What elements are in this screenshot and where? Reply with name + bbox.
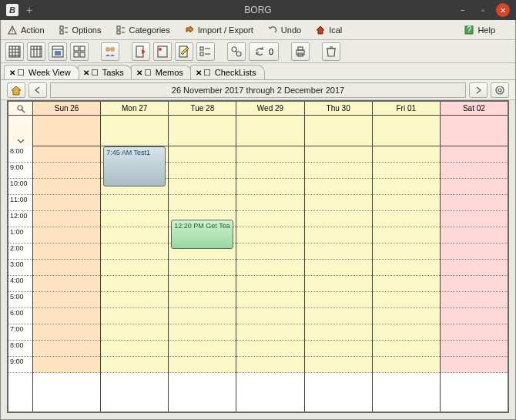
prev-week-button[interactable] — [28, 82, 47, 98]
tab-week-view[interactable]: ✕Week View — [4, 65, 79, 79]
month-view-button[interactable] — [5, 42, 24, 61]
menu-undo[interactable]: Undo — [267, 25, 301, 35]
menu-ical[interactable]: Ical — [315, 25, 342, 35]
tab-close-icon[interactable]: ✕ — [83, 69, 89, 77]
tab-tasks[interactable]: ✕Tasks — [78, 65, 132, 79]
svg-rect-2 — [60, 31, 63, 34]
print-button[interactable] — [291, 42, 310, 61]
import-export-icon — [184, 25, 195, 35]
time-label: 3:00 — [8, 260, 32, 276]
day-view-icon — [52, 45, 64, 58]
menu-action[interactable]: Action — [7, 25, 45, 35]
next-week-button[interactable] — [469, 82, 488, 98]
time-label: 11:00 — [8, 195, 32, 211]
day-column[interactable]: 12:20 PM Get Tea — [169, 146, 236, 412]
search-icon — [230, 45, 243, 58]
calendar-event[interactable]: 12:20 PM Get Tea — [171, 220, 233, 249]
svg-point-48 — [496, 86, 504, 94]
time-label: 7:00 — [8, 324, 32, 341]
time-label: 8:00 — [8, 341, 32, 357]
allday-cell[interactable] — [101, 116, 169, 146]
day-header[interactable]: Thu 30 — [305, 102, 373, 115]
menu-label: Action — [21, 25, 45, 35]
day-header[interactable]: Sat 02 — [441, 102, 508, 115]
allday-toggle[interactable] — [8, 116, 33, 146]
chevron-left-icon — [32, 85, 43, 96]
svg-rect-37 — [200, 52, 203, 55]
edit-button[interactable] — [175, 42, 193, 61]
menu-label: Categories — [129, 25, 170, 35]
day-header[interactable]: Sun 26 — [33, 102, 101, 115]
allday-cell[interactable] — [305, 116, 373, 146]
minimize-button[interactable]: − — [456, 3, 470, 17]
day-column[interactable] — [33, 146, 101, 412]
goto-date-button[interactable] — [491, 82, 509, 98]
tasks-button[interactable] — [132, 42, 150, 61]
tab-label: Memos — [156, 68, 183, 77]
allday-cell[interactable] — [33, 116, 101, 146]
goto-today-button[interactable] — [7, 82, 25, 98]
calendar-event[interactable]: 7:45 AM Test1 — [103, 146, 166, 186]
week-view-button[interactable] — [27, 42, 45, 61]
year-view-button[interactable] — [70, 42, 89, 61]
day-header[interactable]: Tue 28 — [169, 102, 236, 115]
maximize-button[interactable]: ▫ — [476, 3, 490, 17]
menu-help[interactable]: ? Help — [464, 25, 495, 35]
time-label: 5:00 — [8, 292, 32, 308]
svg-rect-26 — [74, 46, 79, 51]
search-button[interactable] — [227, 42, 246, 61]
home-icon — [10, 85, 22, 96]
tab-close-icon[interactable]: ✕ — [196, 69, 202, 77]
menu-import-export[interactable]: Import / Export — [184, 25, 253, 35]
tab-detach-icon[interactable] — [145, 69, 151, 76]
tab-detach-icon[interactable] — [92, 69, 98, 76]
tab-close-icon[interactable]: ✕ — [9, 69, 15, 77]
day-view-button[interactable] — [49, 42, 67, 61]
day-column[interactable] — [305, 146, 373, 412]
window-title: BORG — [244, 5, 271, 15]
delete-button[interactable] — [322, 42, 340, 61]
allday-cell[interactable] — [236, 116, 304, 146]
calendar: Sun 26Mon 27Tue 28Wed 29Thu 30Fri 01Sat … — [7, 100, 509, 413]
people-icon — [104, 45, 116, 58]
time-column: 8:009:0010:0011:0012:001:002:003:004:005… — [8, 146, 33, 412]
tab-detach-icon[interactable] — [18, 69, 24, 76]
zoom-corner[interactable] — [8, 102, 33, 115]
day-header[interactable]: Mon 27 — [101, 102, 169, 115]
time-label: 12:00 — [8, 211, 32, 227]
trash-icon — [325, 45, 337, 58]
warning-icon — [7, 25, 18, 35]
day-column[interactable] — [236, 146, 304, 412]
menu-label: Options — [72, 25, 102, 35]
address-book-button[interactable] — [101, 42, 119, 61]
menu-options[interactable]: Options — [59, 25, 102, 35]
time-label: 8:00 — [8, 146, 32, 163]
sync-count-button[interactable]: 0 — [249, 42, 279, 61]
day-header[interactable]: Wed 29 — [236, 102, 304, 115]
tab-checklists[interactable]: ✕CheckLists — [190, 65, 265, 79]
day-header[interactable]: Fri 01 — [373, 102, 441, 115]
menubar: Action Options Categories Import / Expor… — [1, 20, 515, 40]
svg-rect-25 — [55, 51, 61, 55]
close-button[interactable]: ✕ — [496, 3, 510, 17]
allday-cell[interactable] — [169, 116, 236, 146]
time-label: 9:00 — [8, 357, 32, 373]
checklist-icon — [199, 45, 212, 58]
home-icon — [315, 25, 326, 35]
allday-cell[interactable] — [441, 116, 508, 146]
svg-rect-5 — [117, 26, 120, 29]
tab-memos[interactable]: ✕Memos — [131, 65, 192, 79]
allday-cell[interactable] — [373, 116, 441, 146]
tab-detach-icon[interactable] — [204, 69, 210, 76]
new-tab-button[interactable]: + — [26, 4, 32, 16]
checklist-button[interactable] — [196, 42, 215, 61]
undo-icon — [267, 25, 278, 35]
memos-button[interactable] — [153, 42, 172, 61]
day-column[interactable]: 7:45 AM Test1 — [101, 146, 169, 412]
day-column[interactable] — [373, 146, 441, 412]
view-tabs: ✕Week View✕Tasks✕Memos✕CheckLists — [1, 63, 515, 80]
menu-categories[interactable]: Categories — [116, 25, 170, 35]
day-column[interactable] — [441, 146, 508, 412]
time-label: 2:00 — [8, 244, 32, 260]
tab-close-icon[interactable]: ✕ — [136, 69, 142, 77]
